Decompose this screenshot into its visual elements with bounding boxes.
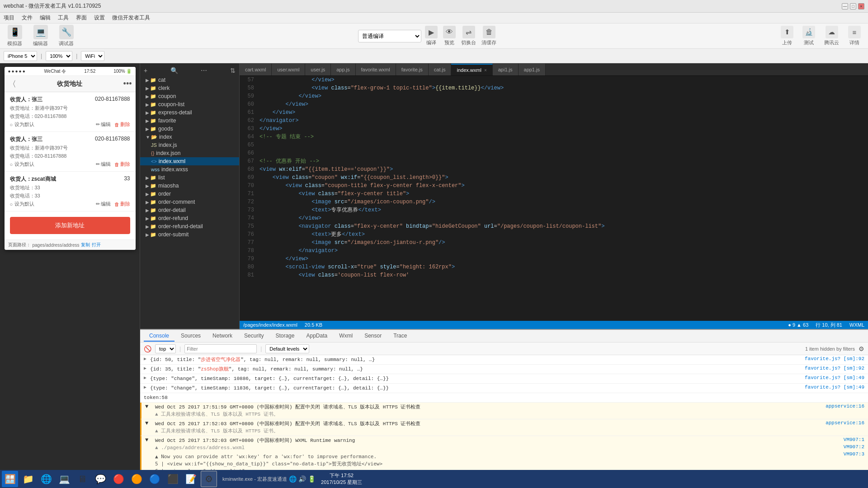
taskbar-explorer-icon[interactable]: 📁 — [20, 471, 36, 487]
expand-arrow[interactable]: ▶ — [144, 375, 146, 380]
taskbar-app3-icon[interactable]: 🔵 — [146, 471, 163, 487]
copy-button[interactable]: 复制 — [81, 242, 90, 248]
tencent-button[interactable]: ☁ 腾讯云 — [824, 26, 839, 46]
more-button[interactable]: ••• — [123, 79, 132, 89]
log-source[interactable]: favorite.js? [sm]:49 — [805, 385, 864, 390]
tree-folder-order[interactable]: ▶ 📁 order — [140, 190, 239, 198]
default-checkbox[interactable]: ○ 设为默认 — [10, 161, 35, 168]
expand-arrow[interactable]: ▶ — [144, 356, 146, 361]
no-entry-icon[interactable]: 🚫 — [144, 345, 151, 352]
switch-button[interactable]: ⇌ 切换台 — [461, 26, 476, 46]
tab-network[interactable]: Network — [207, 331, 238, 342]
simulator-button[interactable]: 📱 模拟器 — [7, 25, 22, 47]
expand-arrow[interactable]: ▶ — [144, 366, 146, 371]
tree-folder-clerk[interactable]: ▶ 📁 clerk — [140, 84, 239, 92]
tree-folder-order-refund[interactable]: ▶ 📁 order-refund — [140, 214, 239, 222]
add-address-button[interactable]: 添加新地址 — [10, 217, 130, 234]
tab-storage[interactable]: Storage — [270, 331, 300, 342]
tab-index-wxml[interactable]: index.wxml × — [451, 64, 492, 75]
tree-file-indexwxss[interactable]: wss index.wxss — [140, 165, 239, 174]
editor-button[interactable]: 💻 编辑器 — [33, 25, 48, 47]
clear-button[interactable]: 🗑 清缓存 — [481, 26, 496, 46]
tree-folder-goods[interactable]: ▶ 📁 goods — [140, 125, 239, 133]
log-source[interactable]: favorite.js? [sm]:49 — [805, 375, 864, 380]
tree-folder-index[interactable]: ▼ 📂 index — [140, 133, 239, 141]
compile-mode-select[interactable]: 普通编译 — [358, 30, 421, 42]
compile-button[interactable]: ▶ 编译 — [425, 26, 438, 46]
search-icon[interactable]: 🔍 — [170, 67, 178, 74]
log-source[interactable]: VM907:1 — [844, 437, 864, 442]
menu-item-wechat[interactable]: 微信开发者工具 — [112, 14, 150, 22]
taskbar-monitor-icon[interactable]: 🖥 — [74, 471, 90, 487]
taskbar-terminal-icon[interactable]: ⬛ — [165, 471, 181, 487]
back-button[interactable]: 〈 — [8, 79, 16, 89]
filter-input[interactable] — [184, 344, 257, 353]
maximize-button[interactable]: □ — [850, 3, 856, 9]
tree-file-indexwxml[interactable]: <> index.wxml — [140, 157, 239, 165]
tree-folder-order-refund-detail[interactable]: ▶ 📁 order-refund-detail — [140, 222, 239, 230]
tree-folder-favorite[interactable]: ▶ 📁 favorite — [140, 117, 239, 125]
tab-security[interactable]: Security — [239, 331, 269, 342]
tab-console[interactable]: Console — [144, 331, 175, 342]
debugger-button[interactable]: 🔧 调试器 — [59, 25, 74, 47]
tab-user-js[interactable]: user.js — [305, 64, 331, 75]
test-button[interactable]: 🔬 测试 — [802, 26, 815, 46]
menu-item-settings[interactable]: 设置 — [94, 14, 105, 22]
start-button[interactable]: 🪟 — [2, 471, 18, 487]
minimize-button[interactable]: — — [842, 3, 848, 9]
log-level-select[interactable]: Default levels — [265, 344, 309, 353]
log-source[interactable]: appservice:16 — [826, 420, 864, 426]
context-select[interactable]: top — [155, 344, 176, 353]
network-select[interactable]: WiFi 4G — [81, 51, 104, 61]
collapse-icon[interactable]: ⋯ — [201, 67, 207, 74]
preview-button[interactable]: 👁 预览 — [443, 26, 456, 46]
tab-favorite-wxml[interactable]: favorite.wxml — [356, 64, 396, 75]
zoom-select[interactable]: 100% 75% — [46, 51, 72, 61]
taskbar-wechat-icon[interactable]: 💬 — [92, 471, 108, 487]
tab-cart-wxml[interactable]: cart.wxml — [240, 64, 272, 75]
log-source[interactable]: favorite.js? [sm]:92 — [805, 366, 864, 371]
tree-file-indexjson[interactable]: {} index.json — [140, 149, 239, 157]
tree-folder-list[interactable]: ▶ 📁 list — [140, 174, 239, 182]
edit-button[interactable]: ✏ 编辑 — [96, 201, 111, 207]
log-source[interactable]: favorite.js? [sm]:92 — [805, 356, 864, 361]
tab-wxml[interactable]: Wxml — [334, 331, 358, 342]
expand-arrow[interactable]: ▶ — [144, 385, 146, 390]
tab-sources[interactable]: Sources — [175, 331, 206, 342]
tree-folder-miaosha[interactable]: ▶ 📁 miaosha — [140, 182, 239, 190]
tab-app-js[interactable]: app.js — [331, 64, 355, 75]
default-checkbox[interactable]: ○ 设为默认 — [10, 121, 35, 128]
taskbar-running-icon[interactable]: ⚙ — [201, 471, 217, 487]
tray-volume-icon[interactable]: 🔊 — [298, 475, 306, 483]
taskbar-app2-icon[interactable]: 🟠 — [128, 471, 145, 487]
close-button[interactable]: × — [858, 3, 864, 9]
taskbar-editor-icon[interactable]: 💻 — [56, 471, 72, 487]
taskbar-browser-icon[interactable]: 🌐 — [38, 471, 54, 487]
log-source-3[interactable]: VM907:3 — [844, 451, 864, 457]
detail-button[interactable]: ≡ 详情 — [848, 26, 861, 46]
tree-file-indexjs[interactable]: JS index.js — [140, 141, 239, 149]
tab-favorite-js[interactable]: favorite.js — [396, 64, 429, 75]
edit-button[interactable]: ✏ 编辑 — [96, 161, 111, 168]
tab-close-icon[interactable]: × — [484, 68, 487, 73]
tree-folder-order-detail[interactable]: ▶ 📁 order-detail — [140, 206, 239, 214]
tab-user-wxml[interactable]: user.wxml — [272, 64, 305, 75]
tab-sensor[interactable]: Sensor — [359, 331, 387, 342]
open-button[interactable]: 打开 — [92, 242, 101, 248]
device-select[interactable]: iPhone 5 iPhone 6 — [4, 51, 37, 61]
tree-folder-cat[interactable]: ▶ 📁 cat — [140, 76, 239, 84]
tray-battery-icon[interactable]: 🔋 — [308, 475, 316, 483]
settings-icon[interactable]: ⚙ — [859, 345, 864, 352]
tab-cat-js[interactable]: cat.js — [429, 64, 452, 75]
default-checkbox[interactable]: ○ 设为默认 — [10, 201, 35, 207]
delete-button[interactable]: 🗑 删除 — [114, 121, 130, 128]
tab-api1-js[interactable]: api1.js — [493, 64, 519, 75]
tree-folder-order-comment[interactable]: ▶ 📁 order-comment — [140, 198, 239, 206]
menu-item-tools[interactable]: 工具 — [58, 14, 69, 22]
taskbar-app1-icon[interactable]: 🔴 — [110, 471, 127, 487]
menu-item-edit[interactable]: 编辑 — [40, 14, 51, 22]
code-editor-area[interactable]: 57 </view> 58 <view class="flex-grow-1 t… — [240, 76, 868, 321]
tab-appdata[interactable]: AppData — [301, 331, 333, 342]
log-source-2[interactable]: VM907:2 — [844, 444, 864, 450]
log-source[interactable]: appservice:16 — [826, 404, 864, 409]
